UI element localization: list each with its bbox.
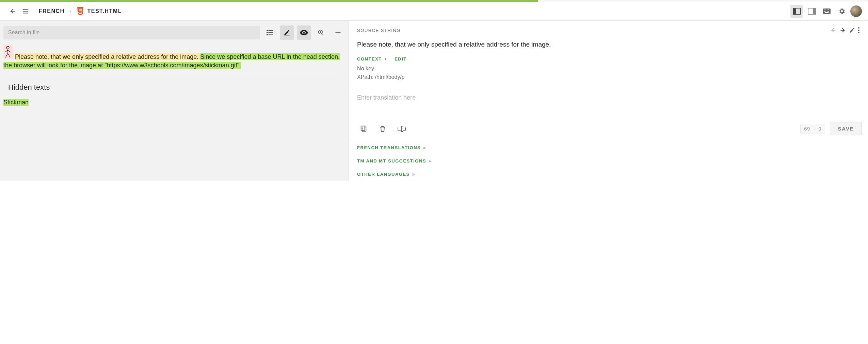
svg-line-22 [322, 34, 324, 35]
prev-string-button[interactable] [830, 27, 837, 34]
list-icon [266, 30, 274, 36]
context-toggle[interactable]: CONTEXT ▼ [357, 56, 388, 62]
eye-icon [300, 30, 308, 35]
svg-point-33 [858, 27, 859, 29]
html5-icon [77, 7, 84, 15]
delete-translation-button[interactable] [375, 122, 390, 136]
left-toolbar [3, 25, 345, 40]
keyboard-button[interactable] [820, 5, 833, 18]
source-part: . [549, 41, 551, 48]
source-string-label: SOURCE STRING [357, 28, 401, 33]
kebab-icon [858, 27, 860, 34]
svg-line-32 [8, 53, 10, 57]
counter-translation: 0 [818, 126, 821, 132]
preview-button[interactable] [297, 25, 311, 40]
next-string-button[interactable] [839, 27, 846, 34]
pencil-icon [849, 27, 855, 33]
highlight-edit-button[interactable] [280, 25, 294, 40]
source-actions [830, 27, 860, 34]
preview-paragraph[interactable]: Please note, that we only specified a re… [3, 45, 345, 70]
breadcrumb-file[interactable]: TEST.HTML [77, 7, 122, 15]
svg-point-27 [6, 46, 9, 49]
copy-down-icon [360, 125, 367, 133]
section-french-translations[interactable]: FRENCH TRANSLATIONS ▶ [349, 141, 868, 154]
cursor-text-icon [398, 126, 406, 132]
source-part: , that we only specified a [391, 41, 464, 48]
layout-left-button[interactable] [790, 5, 803, 18]
triangle-right-icon: ▶ [423, 146, 427, 150]
trash-icon [380, 125, 386, 132]
hidden-texts-heading: Hidden texts [8, 82, 345, 93]
hidden-text-item[interactable]: Stickman [3, 99, 29, 106]
layout-right-icon [808, 8, 816, 15]
context-row: CONTEXT ▼ EDIT [349, 52, 868, 62]
svg-rect-12 [828, 11, 829, 12]
section-tm-mt[interactable]: TM AND MT SUGGESTIONS ▶ [349, 154, 868, 168]
breadcrumb-language[interactable]: FRENCH [39, 8, 65, 14]
left-pane: Please note, that we only specified a re… [0, 21, 349, 181]
header: FRENCH › TEST.HTML [0, 2, 868, 21]
plus-icon [335, 29, 341, 36]
char-counter: 69 · 0 [800, 124, 825, 134]
svg-rect-6 [825, 10, 826, 10]
svg-rect-9 [824, 11, 825, 12]
source-part: address for the [485, 41, 531, 48]
svg-line-31 [5, 53, 8, 57]
context-label: CONTEXT [357, 56, 382, 62]
svg-rect-7 [827, 10, 827, 10]
source-part: Please [357, 41, 379, 48]
svg-rect-10 [825, 11, 826, 12]
svg-rect-11 [827, 11, 827, 12]
triangle-down-icon: ▼ [384, 57, 388, 61]
svg-rect-8 [828, 10, 829, 10]
progress-track [0, 0, 868, 2]
translation-input[interactable] [349, 88, 868, 119]
layout-right-button[interactable] [805, 5, 818, 18]
insert-tag-button[interactable] [395, 122, 409, 136]
search-input[interactable] [3, 26, 260, 39]
counter-source: 69 [804, 126, 810, 132]
svg-rect-3 [813, 8, 816, 14]
svg-line-29 [5, 50, 8, 52]
save-button[interactable]: SAVE [830, 122, 862, 135]
section-label: TM AND MT SUGGESTIONS [357, 158, 426, 164]
source-part: note [379, 41, 391, 48]
svg-line-30 [8, 50, 11, 52]
avatar[interactable] [850, 5, 862, 17]
source-part: image [531, 41, 549, 48]
copy-source-button[interactable] [356, 122, 371, 136]
zoom-in-icon [318, 29, 324, 36]
divider [3, 76, 345, 76]
source-header: SOURCE STRING [349, 21, 868, 35]
breadcrumb-file-name: TEST.HTML [87, 8, 122, 14]
preview-area: Please note, that we only specified a re… [3, 40, 345, 107]
hamburger-icon [22, 7, 29, 15]
section-other-languages[interactable]: OTHER LANGUAGES ▶ [349, 168, 868, 181]
translation-footer: 69 · 0 SAVE [349, 120, 868, 141]
main: Please note, that we only specified a re… [0, 21, 868, 181]
more-actions-button[interactable] [858, 27, 860, 34]
edit-context-button[interactable]: EDIT [395, 56, 407, 62]
svg-point-17 [267, 30, 268, 31]
svg-point-19 [267, 34, 268, 35]
gear-icon [838, 7, 846, 15]
arrow-left-icon [9, 7, 16, 15]
menu-button[interactable] [19, 5, 32, 18]
stickman-image [3, 45, 13, 59]
zoom-in-button[interactable] [314, 25, 328, 40]
svg-point-35 [858, 32, 859, 33]
edit-source-button[interactable] [849, 27, 855, 33]
triangle-right-icon: ▶ [429, 159, 432, 163]
back-button[interactable] [6, 5, 19, 18]
svg-point-34 [858, 30, 859, 31]
header-right [790, 5, 862, 18]
svg-rect-5 [824, 10, 825, 10]
source-text: Please note, that we only specified a re… [349, 35, 868, 52]
section-label: OTHER LANGUAGES [357, 172, 410, 177]
add-button[interactable] [331, 25, 345, 40]
svg-rect-36 [361, 126, 365, 130]
settings-button[interactable] [835, 5, 848, 18]
svg-point-18 [267, 32, 268, 33]
arrow-left-icon [830, 27, 837, 34]
list-view-button[interactable] [263, 25, 277, 40]
